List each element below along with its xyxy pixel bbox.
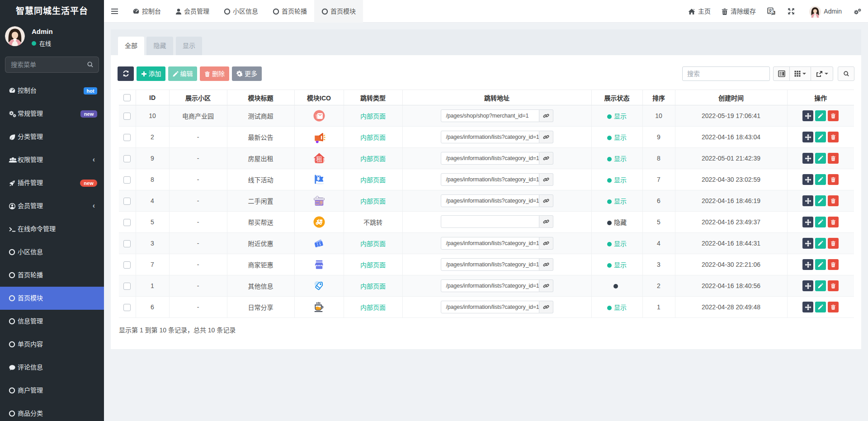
svg-text:二手: 二手 <box>315 200 323 205</box>
svg-text:租: 租 <box>316 156 322 163</box>
svg-text:A: A <box>772 11 774 14</box>
